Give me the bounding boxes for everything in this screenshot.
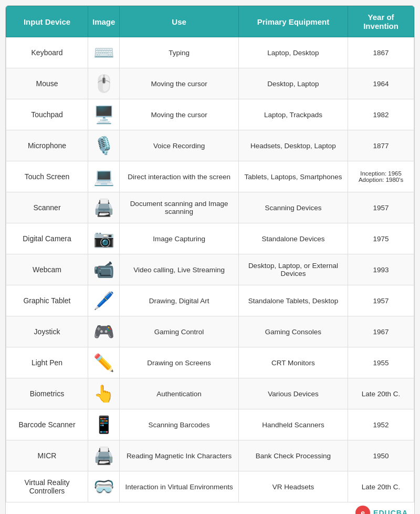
cell-icon: ✏️ xyxy=(88,347,119,378)
cell-equipment: Desktop, Laptop xyxy=(238,68,348,99)
cell-icon: 🖊️ xyxy=(88,285,119,316)
cell-icon: 🖨️ xyxy=(88,192,119,223)
cell-year: 1955 xyxy=(348,347,414,378)
cell-use: Direct interaction with the screen xyxy=(120,161,238,192)
logo-icon: e xyxy=(355,506,370,514)
cell-year: 1867 xyxy=(348,37,414,68)
table-header-row: Input Device Image Use Primary Equipment… xyxy=(6,6,414,37)
table-row: MICR🖨️Reading Magnetic Ink CharactersBan… xyxy=(6,440,414,471)
cell-use: Video calling, Live Streaming xyxy=(120,254,238,285)
cell-year: 1952 xyxy=(348,409,414,440)
table-row: Mouse🖱️Moving the cursorDesktop, Laptop1… xyxy=(6,68,414,99)
cell-equipment: Standalone Devices xyxy=(238,223,348,254)
cell-use: Typing xyxy=(120,37,238,68)
cell-year: 1957 xyxy=(348,192,414,223)
cell-icon: 📹 xyxy=(88,254,119,285)
cell-device: MICR xyxy=(6,440,88,471)
table-row: Webcam📹Video calling, Live StreamingDesk… xyxy=(6,254,414,285)
cell-icon: 🖱️ xyxy=(88,68,119,99)
cell-year: 1964 xyxy=(348,68,414,99)
cell-icon: 👆 xyxy=(88,378,119,409)
table-row: Virtual Reality Controllers🥽Interaction … xyxy=(6,471,414,502)
cell-equipment: CRT Monitors xyxy=(238,347,348,378)
cell-equipment: Bank Check Processing xyxy=(238,440,348,471)
cell-device: Microphone xyxy=(6,130,88,161)
table-row: Keyboard⌨️TypingLaptop, Desktop1867 xyxy=(6,37,414,68)
cell-device: Webcam xyxy=(6,254,88,285)
cell-equipment: Headsets, Desktop, Laptop xyxy=(238,130,348,161)
col-header-year: Year of Invention xyxy=(348,6,414,37)
cell-use: Drawing, Digital Art xyxy=(120,285,238,316)
cell-icon: 📱 xyxy=(88,409,119,440)
table-row: Graphic Tablet🖊️Drawing, Digital ArtStan… xyxy=(6,285,414,316)
cell-year: 1975 xyxy=(348,223,414,254)
cell-use: Gaming Control xyxy=(120,316,238,347)
cell-year: Late 20th C. xyxy=(348,471,414,502)
col-header-image: Image xyxy=(88,6,119,37)
cell-device: Mouse xyxy=(6,68,88,99)
cell-equipment: Laptop, Desktop xyxy=(238,37,348,68)
cell-year: 1950 xyxy=(348,440,414,471)
cell-icon: ⌨️ xyxy=(88,37,119,68)
cell-equipment: Gaming Consoles xyxy=(238,316,348,347)
cell-device: Touchpad xyxy=(6,99,88,130)
cell-equipment: Various Devices xyxy=(238,378,348,409)
cell-year: 1982 xyxy=(348,99,414,130)
cell-use: Voice Recording xyxy=(120,130,238,161)
cell-use: Scanning Barcodes xyxy=(120,409,238,440)
cell-year: 1957 xyxy=(348,285,414,316)
cell-device: Joystick xyxy=(6,316,88,347)
cell-icon: 📷 xyxy=(88,223,119,254)
cell-equipment: Scanning Devices xyxy=(238,192,348,223)
cell-device: Biometrics xyxy=(6,378,88,409)
table-row: Touchpad🖥️Moving the cursorLaptop, Track… xyxy=(6,99,414,130)
cell-year: 1993 xyxy=(348,254,414,285)
cell-year: 1967 xyxy=(348,316,414,347)
main-wrapper: Input Device Image Use Primary Equipment… xyxy=(5,5,415,514)
col-header-device: Input Device xyxy=(6,6,88,37)
table-row: Light Pen✏️Drawing on ScreensCRT Monitor… xyxy=(6,347,414,378)
cell-icon: 🥽 xyxy=(88,471,119,502)
col-header-equipment: Primary Equipment xyxy=(238,6,348,37)
educba-logo: e EDUCBA xyxy=(355,506,408,514)
cell-device: Keyboard xyxy=(6,37,88,68)
footer: e EDUCBA xyxy=(6,502,414,514)
cell-use: Moving the cursor xyxy=(120,99,238,130)
cell-device: Light Pen xyxy=(6,347,88,378)
cell-device: Scanner xyxy=(6,192,88,223)
cell-icon: 🖨️ xyxy=(88,440,119,471)
cell-use: Drawing on Screens xyxy=(120,347,238,378)
cell-device: Virtual Reality Controllers xyxy=(6,471,88,502)
table-row: Microphone🎙️Voice RecordingHeadsets, Des… xyxy=(6,130,414,161)
cell-icon: 💻 xyxy=(88,161,119,192)
cell-device: Graphic Tablet xyxy=(6,285,88,316)
cell-device: Touch Screen xyxy=(6,161,88,192)
table-row: Scanner🖨️Document scanning and Image sca… xyxy=(6,192,414,223)
col-header-use: Use xyxy=(120,6,238,37)
cell-icon: 🎙️ xyxy=(88,130,119,161)
cell-equipment: Tablets, Laptops, Smartphones xyxy=(238,161,348,192)
cell-icon: 🎮 xyxy=(88,316,119,347)
cell-year: Late 20th C. xyxy=(348,378,414,409)
cell-use: Reading Magnetic Ink Characters xyxy=(120,440,238,471)
table-row: Barcode Scanner📱Scanning BarcodesHandhel… xyxy=(6,409,414,440)
cell-use: Authentication xyxy=(120,378,238,409)
cell-device: Barcode Scanner xyxy=(6,409,88,440)
input-devices-table: Input Device Image Use Primary Equipment… xyxy=(6,6,414,502)
cell-use: Moving the cursor xyxy=(120,68,238,99)
cell-use: Interaction in Virtual Environments xyxy=(120,471,238,502)
cell-equipment: Handheld Scanners xyxy=(238,409,348,440)
logo-text: EDUCBA xyxy=(373,509,408,514)
cell-use: Document scanning and Image scanning xyxy=(120,192,238,223)
table-row: Touch Screen💻Direct interaction with the… xyxy=(6,161,414,192)
cell-icon: 🖥️ xyxy=(88,99,119,130)
cell-equipment: Laptop, Trackpads xyxy=(238,99,348,130)
cell-year: Inception: 1965Adoption: 1980's xyxy=(348,161,414,192)
cell-equipment: Standalone Tablets, Desktop xyxy=(238,285,348,316)
table-row: Digital Camera📷Image CapturingStandalone… xyxy=(6,223,414,254)
table-row: Biometrics👆AuthenticationVarious Devices… xyxy=(6,378,414,409)
cell-equipment: VR Headsets xyxy=(238,471,348,502)
table-row: Joystick🎮Gaming ControlGaming Consoles19… xyxy=(6,316,414,347)
cell-year: 1877 xyxy=(348,130,414,161)
cell-device: Digital Camera xyxy=(6,223,88,254)
